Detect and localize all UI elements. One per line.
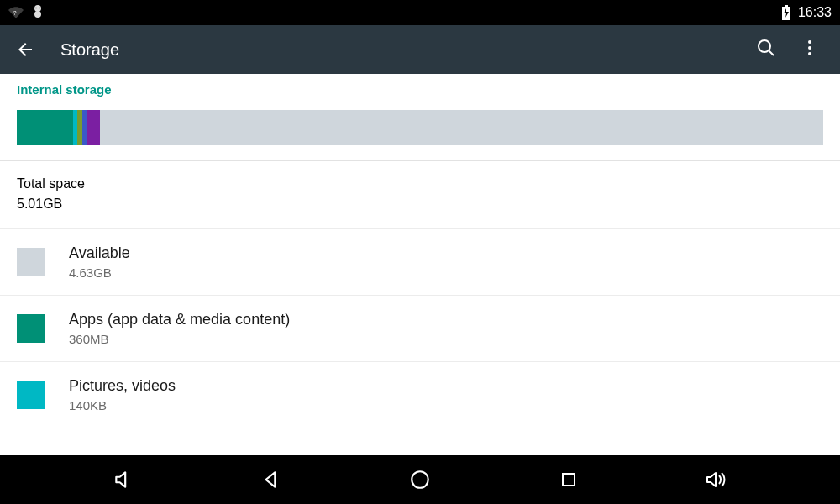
row-pictures[interactable]: Pictures, videos 140KB: [0, 362, 840, 428]
battery-icon: [781, 5, 791, 20]
nav-recent-button[interactable]: [543, 455, 594, 504]
usage-segment-downloads: [82, 110, 88, 145]
navigation-bar: [0, 455, 840, 504]
section-header-internal: Internal storage: [0, 74, 840, 102]
svg-marker-14: [266, 472, 276, 486]
svg-rect-2: [34, 11, 41, 18]
volume-up-button[interactable]: [691, 455, 742, 504]
nav-back-button[interactable]: [246, 455, 297, 504]
svg-rect-16: [563, 474, 575, 486]
search-icon[interactable]: [756, 38, 776, 61]
apps-label: Apps (app data & media content): [69, 311, 290, 328]
page-title: Storage: [60, 40, 731, 60]
pictures-value: 140KB: [69, 398, 176, 412]
usb-debug-icon: [32, 4, 44, 22]
total-space-value: 5.01GB: [17, 197, 62, 212]
available-label: Available: [69, 244, 130, 262]
usage-segment-other: [87, 110, 99, 145]
svg-point-3: [35, 7, 37, 8]
svg-point-11: [808, 46, 811, 50]
pictures-label: Pictures, videos: [69, 377, 176, 395]
wifi-icon: ?: [8, 5, 24, 20]
swatch-available: [17, 248, 45, 276]
nav-home-button[interactable]: [395, 455, 445, 504]
svg-point-1: [34, 5, 41, 12]
svg-marker-17: [707, 473, 716, 486]
svg-point-10: [808, 40, 811, 44]
svg-marker-13: [116, 472, 125, 486]
svg-point-15: [412, 471, 428, 488]
volume-down-button[interactable]: [98, 455, 149, 504]
swatch-pictures: [17, 381, 45, 409]
usage-segment-apps: [17, 110, 73, 145]
row-available[interactable]: Available 4.63GB: [0, 229, 840, 296]
apps-value: 360MB: [69, 332, 290, 346]
overflow-menu-icon[interactable]: [800, 38, 820, 61]
svg-rect-5: [785, 5, 788, 7]
row-total-space[interactable]: Total space 5.01GB: [0, 161, 840, 229]
available-value: 4.63GB: [69, 265, 130, 280]
svg-point-12: [808, 52, 811, 55]
storage-usage-bar: [17, 110, 823, 145]
swatch-apps: [17, 314, 45, 343]
status-time: 16:33: [798, 5, 832, 20]
row-apps[interactable]: Apps (app data & media content) 360MB: [0, 296, 840, 362]
status-bar: ? 16:33: [0, 0, 840, 25]
svg-text:?: ?: [13, 10, 17, 16]
content-scroll[interactable]: Internal storage Total space 5.01GB Avai…: [0, 74, 840, 455]
app-bar: Storage: [0, 25, 840, 74]
usage-bar-container: [0, 102, 840, 160]
svg-line-9: [769, 50, 774, 55]
back-button[interactable]: [15, 39, 35, 60]
total-space-label: Total space: [17, 176, 85, 192]
svg-point-4: [39, 7, 40, 8]
svg-point-8: [759, 40, 770, 52]
